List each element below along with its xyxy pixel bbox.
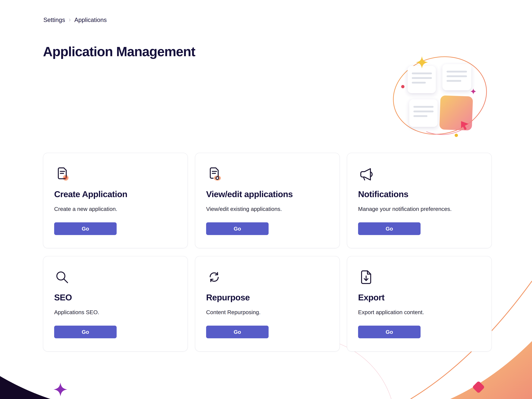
- card-title: SEO: [54, 292, 177, 302]
- document-export-icon: [358, 269, 374, 285]
- repurpose-cycle-icon: [206, 269, 222, 285]
- card-title: View/edit applications: [206, 189, 329, 199]
- documents-illustration: [392, 55, 490, 147]
- search-icon: [54, 269, 70, 285]
- card-description: Create a new application.: [54, 206, 177, 213]
- card-seo: SEO Applications SEO. Go: [43, 256, 188, 352]
- red-dot: [401, 85, 405, 88]
- cursor-icon: [461, 121, 469, 130]
- bottom-left-dark-corner: [0, 373, 51, 399]
- go-button-repurpose[interactable]: Go: [206, 326, 269, 338]
- card-title: Create Application: [54, 189, 177, 199]
- card-create-application: Create Application Create a new applicat…: [43, 153, 188, 248]
- card-repurpose: Repurpose Content Repurposing. Go: [195, 256, 340, 352]
- go-button-view-edit-applications[interactable]: Go: [206, 222, 269, 235]
- card-description: Content Repurposing.: [206, 309, 329, 316]
- card-description: Manage your notification preferences.: [358, 206, 481, 213]
- breadcrumb-applications: Applications: [74, 17, 107, 23]
- document-eye-icon: [206, 166, 222, 182]
- pink-diamond-icon: [470, 379, 487, 395]
- document-plus-icon: [54, 166, 70, 182]
- card-title: Repurpose: [206, 292, 329, 302]
- card-export: Export Export application content. Go: [347, 256, 492, 352]
- chevron-right-icon: ›: [69, 16, 71, 23]
- card-title: Export: [358, 292, 481, 302]
- megaphone-icon: [358, 166, 374, 182]
- cards-grid: Create Application Create a new applicat…: [43, 153, 492, 352]
- go-button-export[interactable]: Go: [358, 326, 421, 338]
- card-notifications: Notifications Manage your notification p…: [347, 153, 492, 248]
- card-description: View/edit existing applications.: [206, 206, 329, 213]
- card-view-edit-applications: View/edit applications View/edit existin…: [195, 153, 340, 248]
- yellow-dot: [455, 134, 458, 137]
- purple-sparkle-icon: [53, 382, 68, 397]
- breadcrumb: Settings › Applications: [43, 16, 107, 24]
- go-button-notifications[interactable]: Go: [358, 222, 421, 235]
- yellow-sparkle-icon: [416, 56, 428, 69]
- card-title: Notifications: [358, 189, 481, 199]
- go-button-seo[interactable]: Go: [54, 326, 117, 338]
- card-description: Export application content.: [358, 309, 481, 316]
- magenta-sparkle-icon: [470, 89, 476, 94]
- card-description: Applications SEO.: [54, 309, 177, 316]
- document-card-1: [408, 66, 436, 93]
- gradient-square: [439, 95, 473, 131]
- go-button-create-application[interactable]: Go: [54, 222, 117, 235]
- breadcrumb-settings[interactable]: Settings: [43, 17, 65, 23]
- document-card-3: [409, 99, 438, 127]
- document-card-2: [442, 64, 471, 90]
- page-title: Application Management: [43, 44, 195, 59]
